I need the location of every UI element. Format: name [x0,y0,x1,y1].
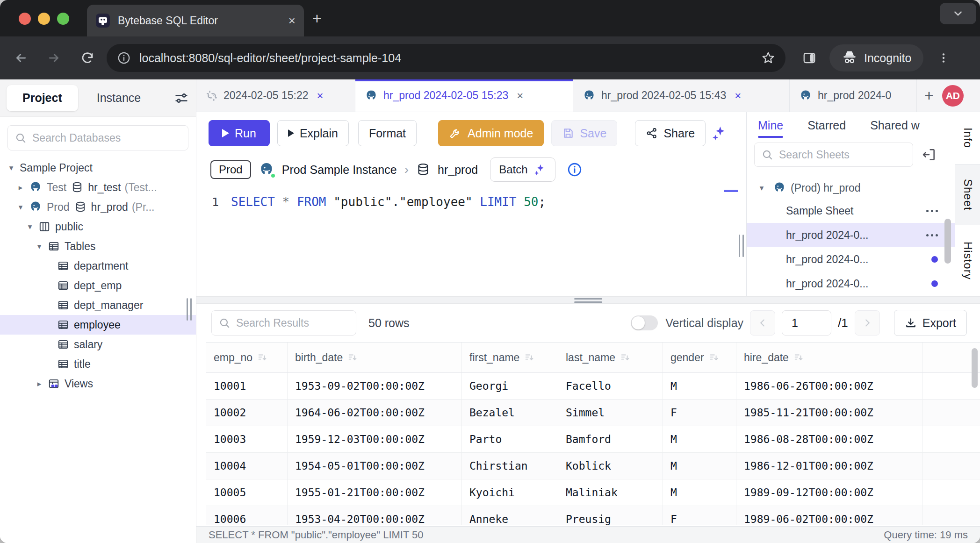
chevron-down-icon[interactable]: ▾ [35,242,44,251]
editor-tab-4[interactable]: hr_prod 2024-0 [790,79,917,112]
column-header-hire_date[interactable]: hire_date [736,343,922,372]
table-cell[interactable]: 1953-09-02T00:00:00Z [288,373,462,400]
close-window-button[interactable] [19,13,31,25]
chevron-down-icon[interactable]: ▾ [16,202,25,212]
tree-item-sample-project[interactable]: ▾Sample Project [0,158,196,178]
table-row-6[interactable]: 100061953-04-20T00:00:00ZAnnekePreusigF1… [206,506,980,525]
panel-resize-handle[interactable] [739,235,744,257]
table-cell[interactable]: 1986-08-28T00:00:00Z [736,426,922,453]
sql-editor[interactable]: 1 SELECT * FROM "public"."employee" LIMI… [196,185,746,296]
table-row-5[interactable]: 100051955-01-21T00:00:00ZKyoichiMaliniak… [206,479,980,506]
table-row-4[interactable]: 100041954-05-01T00:00:00ZChirstianKoblic… [206,453,980,479]
column-header-last_name[interactable]: last_name [558,343,663,372]
close-tab-icon[interactable]: × [517,89,523,102]
connection-info-icon[interactable] [567,162,583,178]
share-button[interactable]: Share [635,120,706,146]
sort-icon[interactable] [257,352,267,363]
table-cell[interactable]: 1989-09-12T00:00:00Z [736,479,922,506]
sheet-item-partial[interactable]: hr_prod 2024-0... [747,171,955,177]
table-cell[interactable]: Chirstian [462,453,558,479]
sheet-menu-icon[interactable] [926,234,938,236]
tab-instance[interactable]: Instance [97,91,141,105]
table-cell[interactable]: 1986-06-26T00:00:00Z [736,373,922,400]
table-cell[interactable]: M [663,373,736,400]
side-tab-history[interactable]: History [955,225,980,296]
sheet-group[interactable]: ▾(Prod) hr_prod [747,177,955,199]
search-databases-input[interactable] [32,132,181,144]
browser-menu-icon[interactable] [936,50,951,66]
chevron-down-icon[interactable]: ▾ [757,183,766,193]
sheets-tab-mine[interactable]: Mine [758,119,783,138]
table-cell[interactable]: F [663,506,736,525]
table-cell[interactable]: M [663,479,736,506]
sheet-item[interactable]: hr_prod 2024-0... [747,223,955,247]
table-row-3[interactable]: 100031959-12-03T00:00:00ZPartoBamfordM19… [206,426,980,453]
side-tab-info[interactable]: Info [955,112,980,164]
horizontal-splitter[interactable] [196,296,980,304]
tab-search-chevron-button[interactable] [940,3,976,24]
table-row-2[interactable]: 100021964-06-02T00:00:00ZBezalelSimmelF1… [206,400,980,426]
instance-name[interactable]: Prod Sample Instance [282,163,397,177]
sort-icon[interactable] [709,352,719,363]
table-cell[interactable]: Bezalel [462,400,558,426]
table-cell[interactable]: Facello [558,373,663,400]
table-cell[interactable]: 1964-06-02T00:00:00Z [288,400,462,426]
table-cell[interactable]: Anneke [462,506,558,525]
sort-icon[interactable] [347,352,358,363]
back-icon[interactable] [13,50,29,66]
column-header-first_name[interactable]: first_name [462,343,558,372]
table-cell[interactable]: Georgi [462,373,558,400]
url-bar[interactable]: localhost:8080/sql-editor/sheet/project-… [107,44,785,72]
column-header-emp_no[interactable]: emp_no [206,343,288,372]
next-page-button[interactable] [855,310,880,336]
sidebar-resize-handle[interactable] [187,298,192,321]
sort-icon[interactable] [793,352,804,363]
save-button[interactable]: Save [551,120,617,146]
tree-item-salary[interactable]: salary [0,335,196,354]
table-cell[interactable]: Kyoichi [462,479,558,506]
tree-item-hr-prod[interactable]: ▾Prodhr_prod(Pr... [0,197,196,217]
table-cell[interactable]: 1985-11-21T00:00:00Z [736,400,922,426]
table-cell[interactable]: 1986-12-01T00:00:00Z [736,453,922,479]
table-cell[interactable]: M [663,453,736,479]
reload-icon[interactable] [79,50,95,66]
table-cell[interactable]: 1955-01-21T00:00:00Z [288,479,462,506]
browser-tab[interactable]: Bytebase SQL Editor × [87,5,304,36]
table-cell[interactable]: 10002 [206,400,288,426]
chevron-down-icon[interactable]: ▾ [7,163,16,173]
table-cell[interactable]: 1959-12-03T00:00:00Z [288,426,462,453]
tree-item-dept-manager[interactable]: dept_manager [0,295,196,315]
sheet-item[interactable]: Sample Sheet [747,199,955,223]
table-cell[interactable]: Parto [462,426,558,453]
sort-icon[interactable] [524,352,534,363]
tree-item-hr-test[interactable]: ▸Testhr_test(Test... [0,178,196,197]
close-tab-icon[interactable]: × [288,14,295,28]
editor-tab-3[interactable]: hr_prod 2024-02-05 15:43× [573,79,790,112]
tree-item-public[interactable]: ▾public [0,217,196,236]
editor-tab-1[interactable]: 2024-02-05 15:22× [196,79,355,112]
table-cell[interactable]: M [663,426,736,453]
side-tab-sheet[interactable]: Sheet [955,164,980,225]
new-sheet-button[interactable]: + [917,79,941,112]
user-avatar[interactable]: AD [942,85,964,107]
bookmark-star-icon[interactable] [761,51,775,65]
table-cell[interactable]: Maliniak [558,479,663,506]
filter-settings-icon[interactable] [173,90,189,106]
table-cell[interactable]: 10005 [206,479,288,506]
sheets-tab-shared-w[interactable]: Shared w [870,119,920,138]
url-text[interactable]: localhost:8080/sql-editor/sheet/project-… [139,51,761,65]
site-info-icon[interactable] [117,51,131,65]
close-tab-icon[interactable]: × [317,89,324,102]
chevron-right-icon[interactable]: ▸ [16,183,25,193]
table-cell[interactable]: Koblick [558,453,663,479]
export-button[interactable]: Export [894,310,967,336]
tree-item-tables[interactable]: ▾Tables [0,236,196,256]
editor-tab-2[interactable]: hr_prod 2024-02-05 15:23× [355,79,573,112]
column-header-birth_date[interactable]: birth_date [288,343,462,372]
table-cell[interactable]: 1989-06-02T00:00:00Z [736,506,922,525]
table-cell[interactable]: 10006 [206,506,288,525]
batch-mode-button[interactable]: Batch [490,157,555,182]
sheet-item[interactable]: hr_prod 2024-0... [747,272,955,296]
run-button[interactable]: Run [209,120,270,146]
collapse-panel-icon[interactable] [922,147,937,162]
